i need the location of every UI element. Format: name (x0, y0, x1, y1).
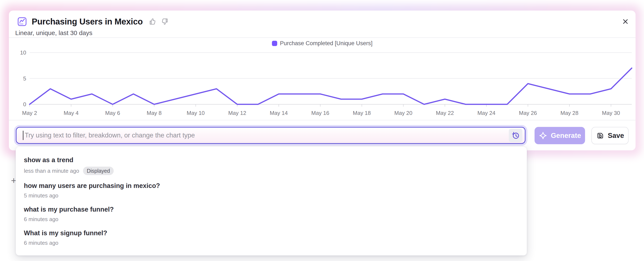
svg-text:May 18: May 18 (353, 110, 371, 116)
svg-text:May 8: May 8 (147, 110, 162, 116)
svg-text:May 2: May 2 (22, 110, 37, 116)
thumbs-up-icon[interactable] (149, 17, 157, 25)
line-chart: 0510May 2May 4May 6May 8May 10May 12May … (9, 38, 636, 122)
history-item-meta: 6 minutes ago (24, 240, 519, 246)
sparkle-icon (538, 131, 548, 140)
save-button[interactable]: Save (592, 127, 628, 144)
line-chart-in-square-icon (17, 17, 27, 27)
history-item-time: 6 minutes ago (24, 240, 58, 246)
history-item-title: What is my signup funnel? (24, 229, 519, 237)
thumbs-down-icon[interactable] (160, 17, 168, 25)
chart-input-divider (9, 120, 636, 120)
svg-text:May 6: May 6 (105, 110, 120, 116)
restore-history-clock-icon (511, 131, 520, 140)
prompt-history-button[interactable] (509, 129, 522, 142)
close-icon[interactable] (621, 17, 630, 26)
history-item-meta: 5 minutes ago (24, 192, 519, 199)
history-item-title: what is my purchase funnel? (24, 206, 519, 214)
svg-text:10: 10 (20, 49, 26, 56)
history-item[interactable]: what is my purchase funnel? 6 minutes ag… (16, 202, 527, 226)
history-item[interactable]: how many users are purchasing in mexico?… (16, 178, 527, 202)
text-caret (23, 131, 24, 140)
svg-text:May 22: May 22 (436, 110, 454, 116)
svg-text:May 28: May 28 (560, 110, 578, 116)
history-item-time: 6 minutes ago (24, 216, 58, 222)
ai-prompt-input[interactable]: Try using text to filter, breakdown, or … (16, 127, 526, 144)
ai-prompt-placeholder: Try using text to filter, breakdown, or … (25, 132, 195, 139)
svg-text:May 20: May 20 (394, 110, 412, 116)
svg-text:May 26: May 26 (519, 110, 537, 116)
generate-button-label: Generate (551, 132, 581, 140)
svg-text:May 14: May 14 (270, 110, 288, 116)
card-header: Purchasing Users in Mexico (9, 10, 636, 27)
history-item-title: show as a trend (24, 156, 519, 164)
chart-card: Purchasing Users in Mexico Linear, uniqu… (9, 10, 636, 150)
history-item[interactable]: show as a trend less than a minute ago D… (16, 153, 527, 178)
ai-chart-builder-page: Purchasing Users in Mexico Linear, uniqu… (0, 0, 644, 261)
svg-text:May 12: May 12 (228, 110, 246, 116)
svg-text:May 4: May 4 (64, 110, 78, 116)
history-item-time: less than a minute ago (24, 168, 79, 174)
page-title: Purchasing Users in Mexico (32, 16, 143, 27)
history-item-meta: less than a minute ago Displayed (24, 167, 519, 175)
floppy-save-icon (596, 131, 605, 140)
svg-text:May 10: May 10 (187, 110, 205, 116)
history-item-title: how many users are purchasing in mexico? (24, 182, 519, 190)
history-item-meta: 6 minutes ago (24, 216, 519, 222)
header-divider (9, 37, 636, 38)
svg-text:May 16: May 16 (311, 110, 329, 116)
status-badge: Displayed (83, 167, 114, 175)
save-button-label: Save (608, 132, 624, 140)
svg-text:May 30: May 30 (602, 110, 620, 116)
history-item-time: 5 minutes ago (24, 192, 58, 199)
history-item[interactable]: What is my signup funnel? 6 minutes ago (16, 226, 527, 249)
svg-text:5: 5 (23, 75, 26, 82)
svg-text:May 24: May 24 (477, 110, 495, 116)
generate-button[interactable]: Generate (534, 127, 585, 144)
chart-settings-subtitle: Linear, unique, last 30 days (15, 29, 636, 37)
feedback-buttons (149, 17, 168, 25)
prompt-history-dropdown: show as a trend less than a minute ago D… (16, 147, 527, 256)
svg-text:0: 0 (23, 101, 26, 107)
